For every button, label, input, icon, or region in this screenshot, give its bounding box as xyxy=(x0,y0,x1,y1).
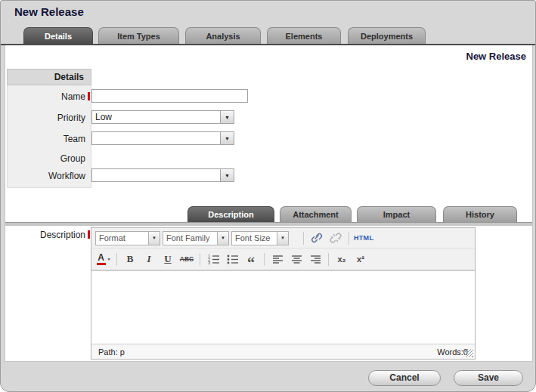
toolbar-separator xyxy=(264,253,265,266)
details-section-header: Details xyxy=(7,69,91,85)
underline-button[interactable]: U xyxy=(160,252,176,267)
chevron-down-icon: ▼ xyxy=(217,232,228,245)
chevron-down-icon[interactable]: ▼ xyxy=(220,132,234,144)
chevron-down-icon[interactable]: ▼ xyxy=(220,111,234,123)
priority-value: Low xyxy=(92,111,220,123)
section-divider xyxy=(5,222,532,226)
toolbar-separator xyxy=(328,253,329,266)
italic-button[interactable]: I xyxy=(141,252,157,267)
strikethrough-button[interactable]: ABC xyxy=(178,252,195,267)
font-family-value: Font Family xyxy=(163,233,217,242)
align-center-icon xyxy=(291,255,302,264)
workflow-label: Workflow xyxy=(5,171,85,181)
tab-attachment[interactable]: Attachment xyxy=(280,206,352,222)
blockquote-button[interactable]: “ xyxy=(243,248,259,270)
forecolor-swatch xyxy=(97,263,106,265)
font-size-select[interactable]: Font Size ▼ xyxy=(231,231,289,245)
tab-elements[interactable]: Elements xyxy=(267,27,341,44)
tab-deployments[interactable]: Deployments xyxy=(348,27,426,44)
font-family-select[interactable]: Font Family ▼ xyxy=(163,231,229,245)
subscript-button[interactable]: x₂ xyxy=(333,252,350,267)
align-right-button[interactable] xyxy=(307,252,324,267)
toolbar-separator xyxy=(349,232,349,245)
tab-details[interactable]: Details xyxy=(23,27,93,44)
workflow-select[interactable]: ▼ xyxy=(91,168,234,182)
team-label: Team xyxy=(5,134,85,144)
priority-label: Priority xyxy=(5,113,85,123)
rich-text-editor: Format ▼ Font Family ▼ Font Size ▼ xyxy=(91,227,476,360)
team-select[interactable]: ▼ xyxy=(91,131,234,145)
unordered-list-button[interactable] xyxy=(224,252,240,267)
font-size-value: Font Size xyxy=(232,233,277,242)
editor-toolbar-row2: A ▼ B I U ABC 123 xyxy=(91,248,475,270)
new-release-window: New Release Details Item Types Analysis … xyxy=(0,0,536,392)
forecolor-icon: A xyxy=(97,253,106,265)
editor-toolbar-row1: Format ▼ Font Family ▼ Font Size ▼ xyxy=(91,228,475,248)
forecolor-letter: A xyxy=(98,253,104,262)
format-value: Format xyxy=(96,233,148,242)
editor-body[interactable] xyxy=(91,270,475,344)
chevron-down-icon: ▼ xyxy=(107,257,111,261)
toolbar-separator xyxy=(303,232,304,245)
workflow-value xyxy=(92,169,220,181)
unlink-icon xyxy=(329,232,342,244)
editor-statusbar: Path: p Words:0 xyxy=(91,344,475,359)
tab-description[interactable]: Description xyxy=(187,206,274,222)
page-title: New Release xyxy=(14,5,84,18)
unordered-list-icon xyxy=(226,254,239,265)
required-marker-icon xyxy=(88,92,90,100)
remove-link-button[interactable] xyxy=(327,230,344,245)
bold-button[interactable]: B xyxy=(122,252,138,267)
ordered-list-button[interactable]: 123 xyxy=(205,252,222,267)
html-source-button[interactable]: HTML xyxy=(354,230,373,245)
format-select[interactable]: Format ▼ xyxy=(95,231,160,245)
align-left-button[interactable] xyxy=(269,252,286,267)
align-center-button[interactable] xyxy=(288,252,305,267)
editor-path: Path: p xyxy=(98,347,125,357)
link-icon xyxy=(310,232,324,244)
group-label: Group xyxy=(5,153,85,164)
toolbar-separator xyxy=(200,253,200,266)
align-left-icon xyxy=(272,255,283,264)
chevron-down-icon[interactable]: ▼ xyxy=(220,169,234,181)
save-button[interactable]: Save xyxy=(454,370,523,386)
editor-wordcount: Words:0 xyxy=(437,347,468,357)
content-panel: New Release Details Name Priority Low ▼ … xyxy=(5,45,533,362)
superscript-button[interactable]: x² xyxy=(352,252,369,267)
svg-text:3: 3 xyxy=(208,261,210,265)
tab-history[interactable]: History xyxy=(443,206,517,222)
chevron-down-icon: ▼ xyxy=(148,232,160,245)
toolbar-separator xyxy=(116,253,117,266)
tab-impact[interactable]: Impact xyxy=(357,206,436,222)
resize-grip-icon[interactable] xyxy=(465,349,473,357)
text-color-button[interactable]: A ▼ xyxy=(95,252,112,267)
priority-select[interactable]: Low ▼ xyxy=(91,110,234,124)
content-heading: New Release xyxy=(466,51,527,62)
required-marker-icon xyxy=(88,230,90,239)
cancel-button[interactable]: Cancel xyxy=(368,370,441,386)
name-input[interactable] xyxy=(91,89,248,103)
insert-link-button[interactable] xyxy=(308,230,325,245)
name-label: Name xyxy=(5,91,85,102)
tab-item-types[interactable]: Item Types xyxy=(98,27,179,44)
team-value xyxy=(92,132,220,144)
tab-analysis[interactable]: Analysis xyxy=(185,27,261,44)
chevron-down-icon: ▼ xyxy=(277,232,288,245)
ordered-list-icon: 123 xyxy=(207,254,220,265)
description-label: Description xyxy=(5,230,85,240)
align-right-icon xyxy=(310,255,321,264)
